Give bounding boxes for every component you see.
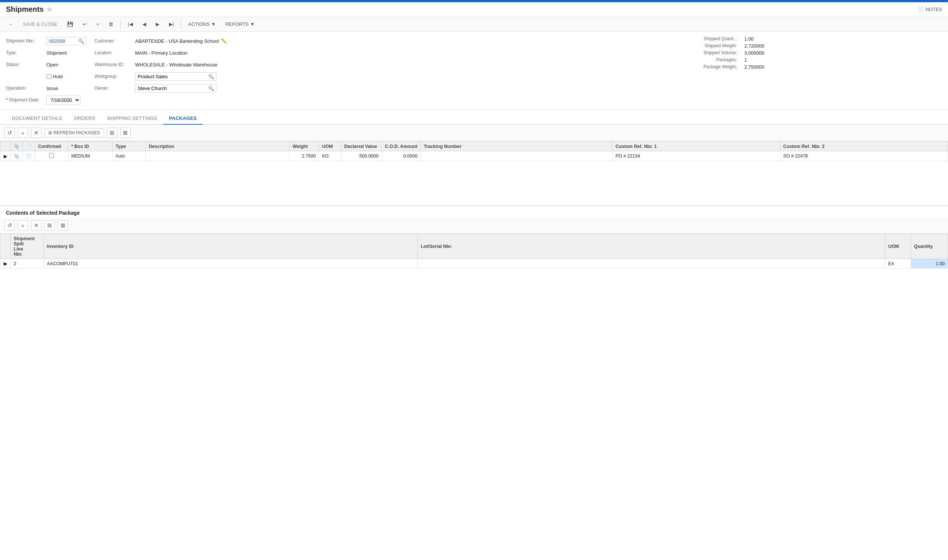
stats-col: Shipped Quant... 1.00 Shipped Weight: 2.… bbox=[515, 36, 942, 105]
row-attachment-icon[interactable]: 📎 bbox=[11, 151, 23, 161]
undo-button[interactable]: ↩ bbox=[79, 19, 91, 29]
contents-export-btn[interactable]: ⊠ bbox=[58, 220, 68, 231]
contents-lot-serial bbox=[418, 259, 885, 269]
col-attachment: 📎 bbox=[11, 142, 23, 151]
save-icon-button[interactable]: 💾 bbox=[63, 19, 77, 29]
packages-add-btn[interactable]: + bbox=[18, 128, 28, 138]
page-header: Shipments ☆ 📄 NOTES bbox=[0, 2, 948, 17]
back-button[interactable]: ← bbox=[5, 19, 17, 29]
warehouse-value: WHOLESALE - Wholesale Warehouse bbox=[135, 62, 217, 68]
delete-button[interactable]: 🗑 bbox=[105, 19, 117, 29]
shipped-weight-label: Shipped Weight: bbox=[526, 43, 737, 49]
prev-icon: ◀ bbox=[142, 22, 146, 27]
contents-delete-btn[interactable]: ✕ bbox=[31, 220, 42, 231]
contents-table-container: Shipment Split Line Nbr. Inventory ID Lo… bbox=[0, 234, 948, 269]
col-weight: Weight bbox=[290, 142, 319, 151]
reports-button[interactable]: REPORTS ▼ bbox=[222, 19, 259, 29]
packages-refresh-btn[interactable]: ↺ bbox=[5, 128, 15, 138]
contents-cols-btn[interactable]: ⊞ bbox=[44, 220, 55, 231]
col-custom-ref-1: Custom Ref. Nbr. 1 bbox=[612, 142, 780, 151]
packages-table-header: 📎 📄 Confirmed Box ID Type Description We… bbox=[0, 142, 948, 151]
contents-title: Contents of Selected Package bbox=[6, 210, 80, 216]
customer-edit-icon[interactable]: ✏️ bbox=[221, 38, 227, 44]
last-button[interactable]: ▶| bbox=[165, 19, 178, 29]
contents-uom: EA bbox=[885, 259, 911, 269]
row-note-icon[interactable]: 📄 bbox=[23, 151, 35, 161]
notes-button[interactable]: 📄 NOTES bbox=[918, 7, 942, 12]
customer-value: ABARTENDE - USA Bartending School bbox=[135, 38, 219, 44]
notes-label: NOTES bbox=[925, 7, 942, 12]
shipment-nbr-search-icon[interactable]: 🔍 bbox=[76, 38, 86, 45]
contents-quantity: 1.00 bbox=[911, 259, 948, 269]
contents-table: Shipment Split Line Nbr. Inventory ID Lo… bbox=[0, 234, 948, 269]
tab-orders[interactable]: ORDERS bbox=[68, 112, 101, 125]
prev-button[interactable]: ◀ bbox=[139, 19, 150, 29]
packages-toolbar: ↺ + ✕ ⊞ REFRESH PACKAGES ⊞ ⊠ bbox=[0, 125, 948, 141]
contents-refresh-btn[interactable]: ↺ bbox=[5, 220, 15, 231]
shipment-date-row: Shipment Date: 7/16/2020 bbox=[6, 95, 87, 105]
owner-row: Owner: 🔍 bbox=[94, 83, 515, 93]
contents-add-btn[interactable]: + bbox=[18, 220, 28, 231]
packages-cols-btn[interactable]: ⊞ bbox=[107, 128, 117, 138]
row-confirmed-cell bbox=[35, 151, 68, 161]
add-icon: + bbox=[96, 22, 99, 27]
packages-table: 📎 📄 Confirmed Box ID Type Description We… bbox=[0, 141, 948, 161]
owner-search-icon[interactable]: 🔍 bbox=[207, 85, 216, 92]
col-inventory-id: Inventory ID bbox=[44, 234, 418, 259]
save-close-button[interactable]: SAVE & CLOSE bbox=[19, 19, 62, 29]
separator-1 bbox=[120, 20, 121, 29]
confirmed-checkbox[interactable] bbox=[49, 153, 54, 158]
col-custom-ref-2: Custom Ref. Nbr. 2 bbox=[780, 142, 948, 151]
packages-value: 1 bbox=[744, 57, 942, 63]
packages-section: ↺ + ✕ ⊞ REFRESH PACKAGES ⊞ ⊠ 📎 📄 Confirm… bbox=[0, 125, 948, 161]
owner-field[interactable]: 🔍 bbox=[135, 84, 216, 92]
col-confirmed: Confirmed bbox=[35, 142, 68, 151]
packages-export-btn[interactable]: ⊠ bbox=[120, 128, 131, 138]
workgroup-input[interactable] bbox=[136, 73, 207, 80]
operation-value: Issue bbox=[46, 86, 58, 91]
tab-packages[interactable]: PACKAGES bbox=[163, 112, 203, 125]
shipment-date-select[interactable]: 7/16/2020 bbox=[46, 95, 80, 105]
packages-delete-btn[interactable]: ✕ bbox=[31, 128, 42, 138]
col-declared-value: Declared Value bbox=[341, 142, 382, 151]
workgroup-field[interactable]: 🔍 bbox=[135, 72, 216, 81]
col-shipment-split: Shipment Split Line Nbr. bbox=[11, 234, 44, 259]
table-row: ▶ 📎 📄 MEDIUM Auto 2.7500 KG 500.0000 0.0… bbox=[0, 151, 948, 161]
back-icon: ← bbox=[8, 22, 13, 27]
owner-input[interactable] bbox=[136, 85, 207, 92]
status-value: Open bbox=[46, 62, 58, 68]
shipment-nbr-input[interactable] bbox=[47, 37, 76, 45]
next-button[interactable]: ▶ bbox=[152, 19, 163, 29]
refresh-packages-label: REFRESH PACKAGES bbox=[54, 130, 100, 135]
col-type: Type bbox=[113, 142, 146, 151]
hold-checkbox[interactable] bbox=[46, 74, 51, 79]
workgroup-search-icon[interactable]: 🔍 bbox=[207, 73, 216, 80]
row-expand[interactable]: ▶ bbox=[0, 151, 11, 161]
reports-label: REPORTS bbox=[225, 22, 249, 27]
hold-row: Hold bbox=[6, 72, 87, 81]
save-icon: 💾 bbox=[67, 22, 73, 27]
shipment-nbr-field[interactable]: 🔍 bbox=[46, 37, 86, 45]
contents-toolbar: ↺ + ✕ ⊞ ⊠ bbox=[0, 217, 948, 234]
location-label: Location: bbox=[94, 50, 135, 55]
operation-label: Operation: bbox=[6, 86, 46, 91]
actions-chevron: ▼ bbox=[211, 22, 216, 27]
first-button[interactable]: |◀ bbox=[124, 19, 137, 29]
shipment-nbr-row: Shipment Nbr.: 🔍 bbox=[6, 36, 87, 46]
actions-button[interactable]: ACTIONS ▼ bbox=[184, 19, 220, 29]
row-weight: 2.7500 bbox=[290, 151, 319, 161]
col-uom: UOM bbox=[319, 142, 341, 151]
contents-section: Contents of Selected Package ↺ + ✕ ⊞ ⊠ S… bbox=[0, 206, 948, 269]
contents-table-row: ▶ 2 AACOMPUT01 EA 1.00 bbox=[0, 259, 948, 269]
contents-row-expand[interactable]: ▶ bbox=[0, 259, 11, 269]
tab-shipping-settings[interactable]: SHIPPING SETTINGS bbox=[101, 112, 163, 125]
contents-table-header: Shipment Split Line Nbr. Inventory ID Lo… bbox=[0, 234, 948, 259]
refresh-packages-button[interactable]: ⊞ REFRESH PACKAGES bbox=[44, 128, 104, 137]
tab-document-details[interactable]: DOCUMENT DETAILS bbox=[6, 112, 68, 125]
col-cod-amount: C.O.D. Amount bbox=[382, 142, 421, 151]
add-button[interactable]: + bbox=[92, 19, 103, 29]
favorite-icon[interactable]: ☆ bbox=[46, 6, 52, 13]
operation-row: Operation: Issue bbox=[6, 83, 87, 93]
shipped-volume-value: 3.000000 bbox=[744, 50, 942, 56]
type-row: Type: Shipment bbox=[6, 48, 87, 58]
